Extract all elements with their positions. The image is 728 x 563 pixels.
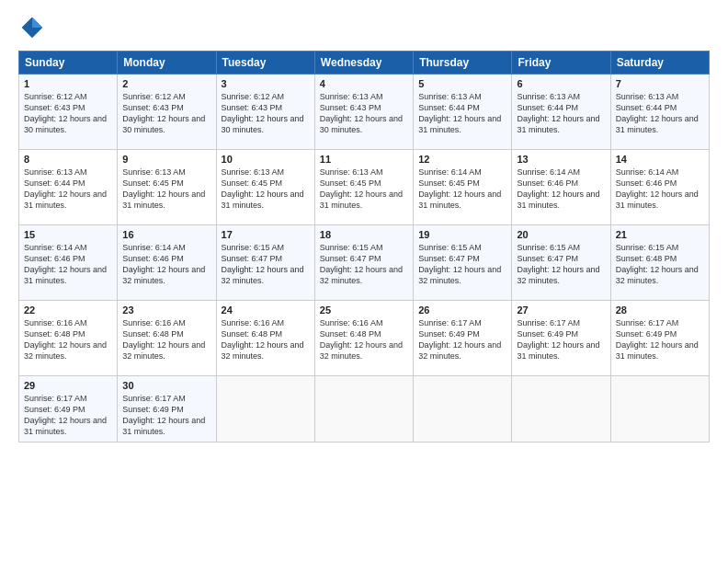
day-info: Sunrise: 6:14 AM Sunset: 6:46 PM Dayligh…	[24, 242, 112, 287]
day-info: Sunrise: 6:17 AM Sunset: 6:49 PM Dayligh…	[616, 317, 704, 362]
calendar-day-cell: 13 Sunrise: 6:14 AM Sunset: 6:46 PM Dayl…	[512, 150, 610, 225]
day-info: Sunrise: 6:17 AM Sunset: 6:49 PM Dayligh…	[517, 317, 605, 362]
day-number: 22	[24, 304, 112, 316]
calendar-day-cell: 17 Sunrise: 6:15 AM Sunset: 6:47 PM Dayl…	[216, 225, 314, 301]
calendar-day-cell: 4 Sunrise: 6:13 AM Sunset: 6:43 PM Dayli…	[314, 75, 413, 150]
calendar-day-cell	[414, 376, 512, 442]
day-number: 5	[418, 78, 506, 89]
calendar-day-cell: 18 Sunrise: 6:15 AM Sunset: 6:47 PM Dayl…	[314, 225, 413, 301]
calendar-day-header: Monday	[118, 52, 216, 75]
day-number: 19	[418, 229, 506, 240]
day-info: Sunrise: 6:16 AM Sunset: 6:48 PM Dayligh…	[24, 317, 112, 362]
calendar-day-header: Tuesday	[216, 52, 314, 75]
calendar-day-cell	[512, 376, 610, 442]
day-number: 21	[616, 229, 704, 240]
day-info: Sunrise: 6:13 AM Sunset: 6:45 PM Dayligh…	[320, 167, 408, 212]
day-info: Sunrise: 6:17 AM Sunset: 6:49 PM Dayligh…	[122, 393, 210, 438]
day-number: 26	[418, 304, 506, 316]
calendar-day-cell	[216, 376, 314, 442]
day-info: Sunrise: 6:13 AM Sunset: 6:44 PM Dayligh…	[616, 91, 704, 136]
header	[18, 14, 710, 41]
day-number: 28	[616, 304, 704, 316]
day-info: Sunrise: 6:13 AM Sunset: 6:44 PM Dayligh…	[418, 91, 506, 136]
calendar-day-cell: 6 Sunrise: 6:13 AM Sunset: 6:44 PM Dayli…	[512, 75, 610, 150]
day-info: Sunrise: 6:15 AM Sunset: 6:47 PM Dayligh…	[418, 242, 506, 287]
calendar-day-cell: 16 Sunrise: 6:14 AM Sunset: 6:46 PM Dayl…	[118, 225, 216, 301]
calendar-day-cell: 10 Sunrise: 6:13 AM Sunset: 6:45 PM Dayl…	[216, 150, 314, 225]
calendar-day-cell: 2 Sunrise: 6:12 AM Sunset: 6:43 PM Dayli…	[118, 75, 216, 150]
calendar-day-cell: 29 Sunrise: 6:17 AM Sunset: 6:49 PM Dayl…	[19, 376, 118, 442]
calendar-week-row: 29 Sunrise: 6:17 AM Sunset: 6:49 PM Dayl…	[19, 376, 710, 442]
day-number: 4	[320, 78, 408, 89]
day-info: Sunrise: 6:15 AM Sunset: 6:47 PM Dayligh…	[320, 242, 408, 287]
page: SundayMondayTuesdayWednesdayThursdayFrid…	[0, 0, 728, 563]
calendar-day-cell: 3 Sunrise: 6:12 AM Sunset: 6:43 PM Dayli…	[216, 75, 314, 150]
calendar-day-cell: 21 Sunrise: 6:15 AM Sunset: 6:48 PM Dayl…	[610, 225, 709, 301]
calendar-day-cell: 14 Sunrise: 6:14 AM Sunset: 6:46 PM Dayl…	[610, 150, 709, 225]
calendar-week-row: 15 Sunrise: 6:14 AM Sunset: 6:46 PM Dayl…	[19, 225, 710, 301]
calendar-day-header: Saturday	[610, 52, 709, 75]
day-info: Sunrise: 6:14 AM Sunset: 6:46 PM Dayligh…	[122, 242, 210, 287]
calendar-day-cell: 15 Sunrise: 6:14 AM Sunset: 6:46 PM Dayl…	[19, 225, 118, 301]
day-number: 24	[222, 304, 310, 316]
day-info: Sunrise: 6:13 AM Sunset: 6:45 PM Dayligh…	[122, 167, 210, 212]
calendar-header-row: SundayMondayTuesdayWednesdayThursdayFrid…	[19, 52, 710, 75]
day-info: Sunrise: 6:12 AM Sunset: 6:43 PM Dayligh…	[222, 91, 310, 136]
day-number: 20	[517, 229, 605, 240]
calendar-day-cell	[314, 376, 413, 442]
day-number: 23	[122, 304, 210, 316]
calendar-day-cell: 7 Sunrise: 6:13 AM Sunset: 6:44 PM Dayli…	[610, 75, 709, 150]
day-number: 7	[616, 78, 704, 89]
calendar-day-header: Thursday	[414, 52, 512, 75]
day-info: Sunrise: 6:14 AM Sunset: 6:46 PM Dayligh…	[517, 167, 605, 212]
day-number: 8	[24, 154, 112, 165]
calendar-week-row: 8 Sunrise: 6:13 AM Sunset: 6:44 PM Dayli…	[19, 150, 710, 225]
day-info: Sunrise: 6:16 AM Sunset: 6:48 PM Dayligh…	[320, 317, 408, 362]
day-number: 29	[24, 380, 112, 391]
calendar-day-cell: 23 Sunrise: 6:16 AM Sunset: 6:48 PM Dayl…	[118, 301, 216, 376]
day-info: Sunrise: 6:17 AM Sunset: 6:49 PM Dayligh…	[418, 317, 506, 362]
day-info: Sunrise: 6:14 AM Sunset: 6:46 PM Dayligh…	[616, 167, 704, 212]
calendar-day-header: Wednesday	[314, 52, 413, 75]
day-number: 16	[122, 229, 210, 240]
calendar-table: SundayMondayTuesdayWednesdayThursdayFrid…	[18, 51, 710, 442]
calendar-day-cell: 11 Sunrise: 6:13 AM Sunset: 6:45 PM Dayl…	[314, 150, 413, 225]
day-info: Sunrise: 6:13 AM Sunset: 6:44 PM Dayligh…	[517, 91, 605, 136]
day-info: Sunrise: 6:16 AM Sunset: 6:48 PM Dayligh…	[222, 317, 310, 362]
calendar-day-cell: 25 Sunrise: 6:16 AM Sunset: 6:48 PM Dayl…	[314, 301, 413, 376]
day-number: 30	[122, 380, 210, 391]
day-info: Sunrise: 6:13 AM Sunset: 6:45 PM Dayligh…	[222, 167, 310, 212]
day-number: 10	[222, 154, 310, 165]
day-info: Sunrise: 6:17 AM Sunset: 6:49 PM Dayligh…	[24, 393, 112, 438]
calendar-day-header: Sunday	[19, 52, 118, 75]
calendar-day-cell: 19 Sunrise: 6:15 AM Sunset: 6:47 PM Dayl…	[414, 225, 512, 301]
calendar-day-header: Friday	[512, 52, 610, 75]
day-number: 25	[320, 304, 408, 316]
day-info: Sunrise: 6:15 AM Sunset: 6:47 PM Dayligh…	[222, 242, 310, 287]
day-info: Sunrise: 6:16 AM Sunset: 6:48 PM Dayligh…	[122, 317, 210, 362]
day-info: Sunrise: 6:12 AM Sunset: 6:43 PM Dayligh…	[24, 91, 112, 136]
svg-marker-1	[32, 17, 42, 28]
calendar-body: 1 Sunrise: 6:12 AM Sunset: 6:43 PM Dayli…	[19, 75, 710, 442]
day-number: 27	[517, 304, 605, 316]
day-number: 11	[320, 154, 408, 165]
day-number: 12	[418, 154, 506, 165]
calendar-day-cell: 1 Sunrise: 6:12 AM Sunset: 6:43 PM Dayli…	[19, 75, 118, 150]
logo-icon	[18, 14, 46, 41]
day-number: 13	[517, 154, 605, 165]
day-number: 3	[222, 78, 310, 89]
calendar-header: SundayMondayTuesdayWednesdayThursdayFrid…	[19, 52, 710, 75]
day-number: 17	[222, 229, 310, 240]
calendar-day-cell: 5 Sunrise: 6:13 AM Sunset: 6:44 PM Dayli…	[414, 75, 512, 150]
calendar-day-cell: 9 Sunrise: 6:13 AM Sunset: 6:45 PM Dayli…	[118, 150, 216, 225]
day-number: 1	[24, 78, 112, 89]
calendar-day-cell: 26 Sunrise: 6:17 AM Sunset: 6:49 PM Dayl…	[414, 301, 512, 376]
calendar-day-cell: 24 Sunrise: 6:16 AM Sunset: 6:48 PM Dayl…	[216, 301, 314, 376]
calendar-day-cell: 8 Sunrise: 6:13 AM Sunset: 6:44 PM Dayli…	[19, 150, 118, 225]
day-info: Sunrise: 6:12 AM Sunset: 6:43 PM Dayligh…	[122, 91, 210, 136]
calendar-week-row: 22 Sunrise: 6:16 AM Sunset: 6:48 PM Dayl…	[19, 301, 710, 376]
calendar-day-cell: 22 Sunrise: 6:16 AM Sunset: 6:48 PM Dayl…	[19, 301, 118, 376]
day-info: Sunrise: 6:14 AM Sunset: 6:45 PM Dayligh…	[418, 167, 506, 212]
calendar-day-cell: 12 Sunrise: 6:14 AM Sunset: 6:45 PM Dayl…	[414, 150, 512, 225]
day-info: Sunrise: 6:13 AM Sunset: 6:44 PM Dayligh…	[24, 167, 112, 212]
